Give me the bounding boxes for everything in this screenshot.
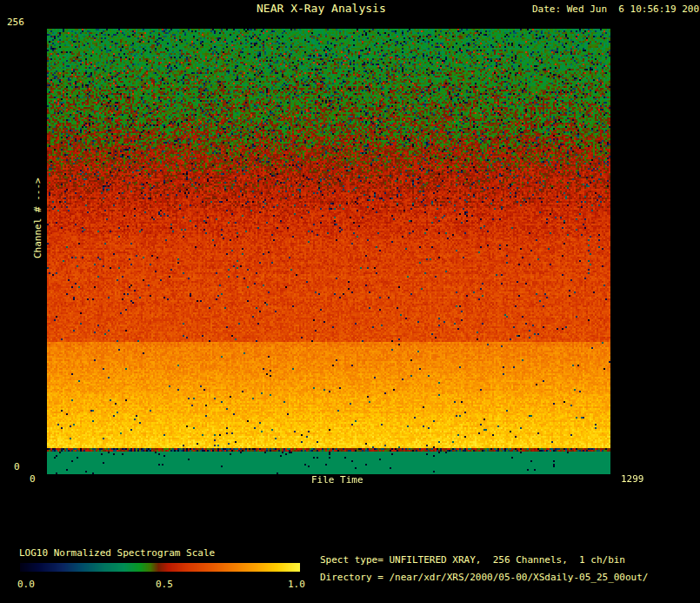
x-axis-min-tick: 0 [30, 474, 36, 485]
near-xray-analysis-window: NEAR X-Ray Analysis Date: Wed Jun 6 10:5… [0, 0, 700, 603]
colorbar-title: LOG10 Normalized Spectrogram Scale [19, 548, 215, 559]
colorbar-gradient [20, 563, 300, 572]
datetime-label: Date: Wed Jun 6 10:56:19 2001 [532, 4, 700, 15]
y-axis-max-tick: 256 [7, 17, 24, 28]
colorbar-tick-0: 0.0 [17, 580, 35, 590]
colorbar-tick-05: 0.5 [156, 580, 173, 590]
y-axis-label: Channel # ---> [33, 178, 43, 258]
spect-type-info: Spect type= UNFILTERED XRAY, 256 Channel… [320, 555, 625, 566]
directory-info: Directory = /near/xdr/XRS/2000/05-00/XSd… [320, 573, 649, 583]
x-axis-label: File Time [311, 475, 363, 486]
page-title: NEAR X-Ray Analysis [257, 3, 386, 14]
spectrogram-heatmap [47, 29, 610, 474]
x-axis-max-tick: 1299 [621, 474, 644, 485]
colorbar-tick-1: 1.0 [288, 580, 305, 590]
y-axis-min-tick: 0 [14, 462, 20, 472]
